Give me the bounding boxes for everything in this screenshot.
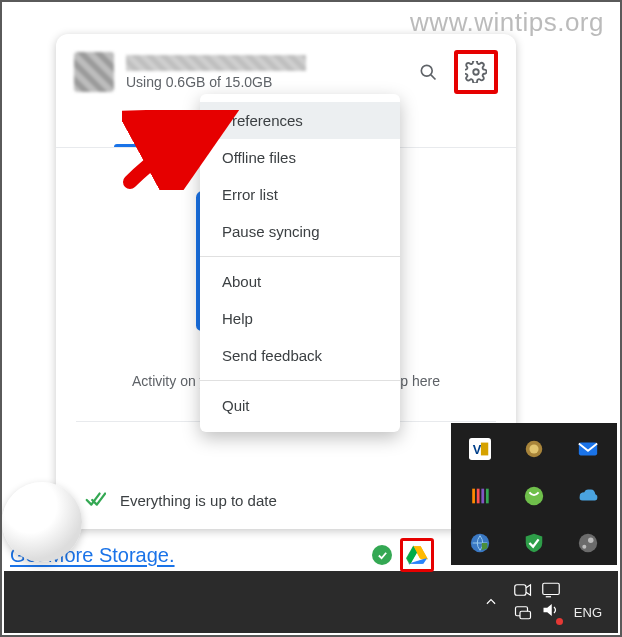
svg-text:V: V <box>473 441 482 456</box>
lines-icon <box>469 485 491 507</box>
settings-menu: Preferences Offline files Error list Pau… <box>200 94 400 432</box>
cast-icon[interactable] <box>542 582 560 598</box>
tray-item-security[interactable] <box>453 519 507 566</box>
svg-rect-5 <box>481 442 488 455</box>
tray-item-vnc[interactable]: V <box>453 425 507 472</box>
menu-item-offline-files[interactable]: Offline files <box>200 139 400 176</box>
settings-highlight-box <box>454 50 498 94</box>
avatar[interactable] <box>74 52 114 92</box>
decorative-bubble <box>2 482 82 562</box>
svg-point-11 <box>579 533 597 551</box>
tray-item-app6[interactable] <box>561 472 615 519</box>
tray-item-app5[interactable] <box>507 472 561 519</box>
chevron-up-icon[interactable] <box>484 595 498 609</box>
user-name-blurred <box>126 55 306 71</box>
language-indicator[interactable]: ENG <box>574 605 602 620</box>
menu-item-help[interactable]: Help <box>200 300 400 337</box>
check-icon <box>84 489 106 511</box>
drive-tray-highlight-box <box>400 538 434 572</box>
taskbar: ENG <box>4 571 618 633</box>
menu-item-pause-syncing[interactable]: Pause syncing <box>200 213 400 250</box>
mail-icon <box>577 438 599 460</box>
svg-point-7 <box>529 444 538 453</box>
svg-point-13 <box>582 544 586 548</box>
shield-check-icon <box>523 532 545 554</box>
menu-item-quit[interactable]: Quit <box>200 387 400 424</box>
sync-status-row: Everything is up to date <box>56 471 516 529</box>
svg-point-0 <box>421 65 432 76</box>
tray-item-app4[interactable] <box>453 472 507 519</box>
svg-rect-14 <box>515 585 526 596</box>
tray-status-ok[interactable] <box>372 545 392 565</box>
menu-item-preferences[interactable]: Preferences <box>200 102 400 139</box>
svg-point-2 <box>473 69 479 75</box>
volume-icon <box>542 602 560 618</box>
popup-header: Using 0.6GB of 15.0GB <box>56 34 516 100</box>
check-icon <box>377 550 388 561</box>
gear-icon <box>465 61 487 83</box>
tray-mini-strip <box>372 542 434 568</box>
tray-item-app2[interactable] <box>507 425 561 472</box>
vnc-icon: V <box>469 438 491 460</box>
svg-rect-8 <box>579 442 597 455</box>
tray-item-steam[interactable] <box>561 519 615 566</box>
steam-icon <box>577 532 599 554</box>
svg-rect-17 <box>520 611 531 619</box>
tray-item-mail[interactable] <box>561 425 615 472</box>
svg-line-1 <box>431 75 436 80</box>
menu-item-error-list[interactable]: Error list <box>200 176 400 213</box>
cloud-icon <box>577 485 599 507</box>
sync-status-text: Everything is up to date <box>120 492 277 509</box>
menu-item-send-feedback[interactable]: Send feedback <box>200 337 400 374</box>
search-icon <box>418 62 438 82</box>
user-info: Using 0.6GB of 15.0GB <box>126 55 398 90</box>
svg-rect-15 <box>543 583 560 594</box>
meet-now-icon[interactable] <box>514 583 532 597</box>
tray-item-defender[interactable] <box>507 519 561 566</box>
storage-usage-text: Using 0.6GB of 15.0GB <box>126 74 398 90</box>
network-icon[interactable] <box>514 604 532 620</box>
search-button[interactable] <box>410 54 446 90</box>
system-tray-overflow: V <box>451 423 617 565</box>
app-icon <box>523 438 545 460</box>
globe-icon <box>523 485 545 507</box>
svg-point-12 <box>588 537 594 543</box>
settings-button[interactable] <box>460 56 492 88</box>
volume-button[interactable] <box>542 602 560 622</box>
menu-item-about[interactable]: About <box>200 263 400 300</box>
shield-globe-icon <box>469 532 491 554</box>
google-drive-icon[interactable] <box>406 545 428 565</box>
taskbar-right: ENG <box>484 577 606 627</box>
